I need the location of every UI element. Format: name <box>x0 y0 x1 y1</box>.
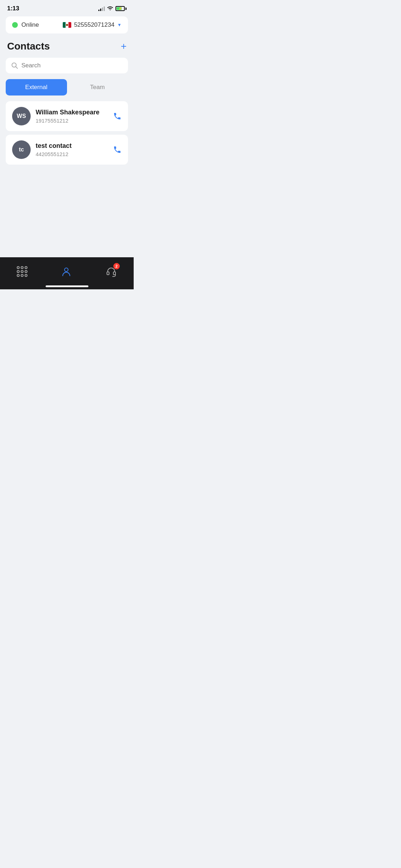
dialpad-icon <box>17 266 27 277</box>
selected-phone-number: 525552071234 <box>74 21 114 29</box>
dropdown-arrow-icon[interactable]: ▼ <box>117 22 122 27</box>
avatar: tc <box>12 140 31 159</box>
home-indicator <box>46 285 88 287</box>
person-icon <box>61 266 72 277</box>
svg-rect-4 <box>113 272 115 275</box>
status-time: 1:13 <box>7 5 19 12</box>
mexico-flag-icon <box>63 22 71 28</box>
contact-list: WS William Shakespeare 19175551212 tc te… <box>6 101 128 165</box>
nav-item-calls[interactable]: 2 <box>106 266 117 277</box>
list-item[interactable]: tc test contact 44205551212 <box>6 135 128 165</box>
nav-item-dialpad[interactable] <box>17 266 27 277</box>
online-text: Online <box>21 21 39 29</box>
call-button[interactable] <box>113 145 122 154</box>
call-button[interactable] <box>113 112 122 120</box>
online-status-right[interactable]: 525552071234 ▼ <box>63 21 122 29</box>
contacts-header: Contacts + <box>0 38 134 58</box>
calls-badge: 2 <box>113 263 120 269</box>
battery-icon: ⚡ <box>115 6 127 11</box>
bottom-nav: 2 <box>0 257 134 289</box>
svg-point-2 <box>65 268 68 272</box>
online-dot <box>12 22 18 28</box>
contacts-tabs: External Team <box>6 79 128 95</box>
add-contact-button[interactable]: + <box>121 41 127 51</box>
search-bar[interactable] <box>6 58 128 73</box>
svg-line-1 <box>16 67 17 68</box>
online-status-bar[interactable]: Online 525552071234 ▼ <box>6 16 128 33</box>
status-icons: ⚡ <box>98 6 127 11</box>
svg-rect-3 <box>107 272 109 275</box>
contact-phone: 44205551212 <box>36 151 108 157</box>
search-icon <box>11 62 18 69</box>
signal-icon <box>98 6 105 11</box>
avatar: WS <box>12 107 31 125</box>
page-title: Contacts <box>7 41 50 52</box>
online-status-left: Online <box>12 21 39 29</box>
tab-external[interactable]: External <box>6 79 67 95</box>
contact-phone: 19175551212 <box>36 118 108 124</box>
list-item[interactable]: WS William Shakespeare 19175551212 <box>6 101 128 131</box>
nav-item-contacts[interactable] <box>61 266 72 277</box>
contact-name: test contact <box>36 142 108 150</box>
wifi-icon <box>107 6 113 11</box>
contact-info: test contact 44205551212 <box>36 142 108 157</box>
tab-team[interactable]: Team <box>67 79 128 95</box>
search-input[interactable] <box>21 62 122 69</box>
contact-info: William Shakespeare 19175551212 <box>36 109 108 124</box>
contact-name: William Shakespeare <box>36 109 108 116</box>
status-bar: 1:13 ⚡ <box>0 0 134 15</box>
